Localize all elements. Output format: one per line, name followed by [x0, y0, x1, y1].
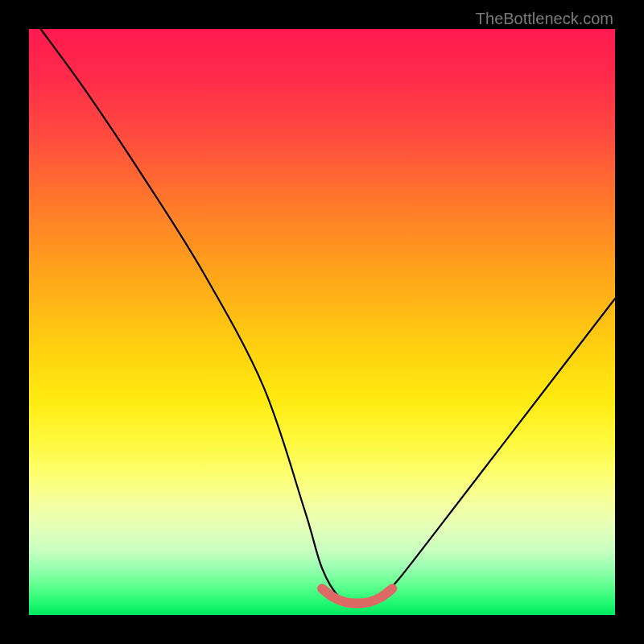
chart-svg	[29, 29, 615, 615]
watermark-text: TheBottleneck.com	[476, 10, 613, 28]
bottleneck-curve-line	[41, 29, 615, 604]
optimal-zone-highlight	[322, 588, 392, 603]
